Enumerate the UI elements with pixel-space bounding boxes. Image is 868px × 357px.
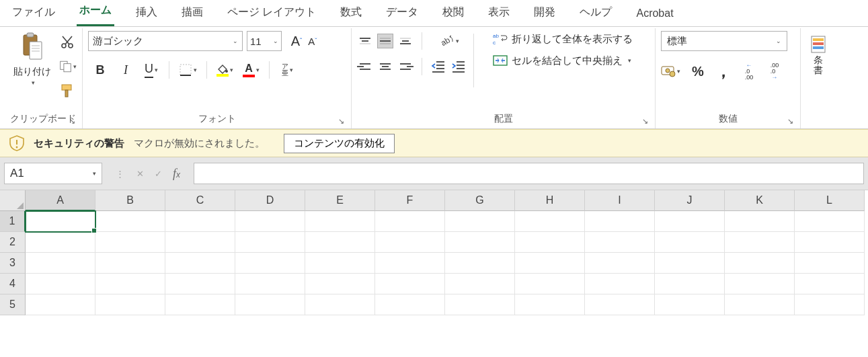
font-name-select[interactable]: 游ゴシック ⌄ bbox=[88, 31, 243, 51]
font-color-button[interactable]: A ▾ bbox=[243, 61, 260, 79]
cell[interactable] bbox=[26, 253, 95, 274]
increase-indent-button[interactable] bbox=[450, 59, 467, 74]
cell[interactable] bbox=[795, 211, 865, 232]
cell[interactable] bbox=[585, 253, 655, 274]
clipboard-launcher[interactable]: ↘ bbox=[69, 117, 75, 126]
cell[interactable] bbox=[95, 211, 165, 232]
cut-button[interactable] bbox=[59, 34, 77, 51]
column-header[interactable]: H bbox=[515, 190, 585, 211]
tab-review[interactable]: 校閲 bbox=[440, 1, 467, 26]
cell[interactable] bbox=[795, 294, 865, 315]
cell[interactable] bbox=[235, 274, 305, 294]
cell[interactable] bbox=[795, 253, 865, 274]
underline-button[interactable]: U▾ bbox=[143, 61, 159, 79]
phonetic-guide-button[interactable]: ア 亜 ▾ bbox=[279, 61, 295, 79]
font-launcher[interactable]: ↘ bbox=[338, 117, 344, 126]
cell[interactable] bbox=[165, 232, 235, 253]
column-header[interactable]: L bbox=[795, 190, 865, 211]
tab-insert[interactable]: 挿入 bbox=[133, 1, 160, 26]
column-header[interactable]: G bbox=[445, 190, 515, 211]
cell[interactable] bbox=[515, 253, 585, 274]
font-size-select[interactable]: 11 ⌄ bbox=[247, 31, 282, 51]
tab-file[interactable]: ファイル bbox=[9, 1, 58, 26]
cell[interactable] bbox=[445, 232, 515, 253]
column-header[interactable]: D bbox=[235, 190, 305, 211]
fill-color-button[interactable]: ▾ bbox=[216, 61, 233, 79]
decrease-decimal-button[interactable]: .00 .0 → bbox=[766, 62, 783, 81]
enable-content-button[interactable]: コンテンツの有効化 bbox=[284, 134, 395, 153]
cell[interactable] bbox=[375, 211, 445, 232]
align-left-button[interactable] bbox=[357, 59, 373, 74]
bold-button[interactable]: B bbox=[92, 61, 108, 79]
column-header[interactable]: A bbox=[26, 190, 95, 211]
align-middle-button[interactable] bbox=[377, 34, 393, 48]
name-box[interactable]: A1 ▾ bbox=[4, 163, 102, 184]
cell[interactable] bbox=[585, 294, 655, 315]
paste-button[interactable]: 貼り付け ▾ bbox=[9, 31, 55, 87]
cell[interactable] bbox=[375, 294, 445, 315]
orientation-button[interactable]: ab ▾ bbox=[437, 32, 462, 50]
cell[interactable] bbox=[445, 253, 515, 274]
row-header[interactable]: 5 bbox=[0, 294, 26, 315]
format-painter-button[interactable] bbox=[59, 82, 77, 100]
cell[interactable] bbox=[655, 232, 725, 253]
tab-acrobat[interactable]: Acrobat bbox=[633, 3, 676, 26]
cell[interactable] bbox=[235, 294, 305, 315]
cell[interactable] bbox=[655, 211, 725, 232]
column-header[interactable]: I bbox=[585, 190, 655, 211]
cell[interactable] bbox=[445, 274, 515, 294]
cell[interactable] bbox=[515, 274, 585, 294]
comma-style-button[interactable]: ， bbox=[715, 62, 732, 81]
tab-developer[interactable]: 開発 bbox=[531, 1, 558, 26]
row-header[interactable]: 4 bbox=[0, 274, 26, 294]
cell[interactable] bbox=[26, 211, 95, 232]
cell[interactable] bbox=[95, 232, 165, 253]
align-bottom-button[interactable] bbox=[397, 34, 413, 48]
column-header[interactable]: K bbox=[725, 190, 795, 211]
increase-font-size-button[interactable]: Aˆ bbox=[288, 32, 305, 50]
cell[interactable] bbox=[235, 232, 305, 253]
row-header[interactable]: 2 bbox=[0, 232, 26, 253]
tab-help[interactable]: ヘルプ bbox=[577, 1, 615, 26]
merge-center-button[interactable]: セルを結合して中央揃え ▾ bbox=[493, 54, 633, 67]
cell[interactable] bbox=[655, 253, 725, 274]
border-button[interactable]: ▾ bbox=[179, 61, 197, 79]
tab-formulas[interactable]: 数式 bbox=[338, 1, 364, 26]
cell[interactable] bbox=[235, 211, 305, 232]
cell[interactable] bbox=[26, 232, 95, 253]
accounting-format-button[interactable]: ▾ bbox=[661, 62, 680, 81]
cell[interactable] bbox=[655, 294, 725, 315]
cell[interactable] bbox=[95, 294, 165, 315]
row-header[interactable]: 1 bbox=[0, 211, 26, 232]
column-header[interactable]: B bbox=[95, 190, 165, 211]
cell[interactable] bbox=[95, 253, 165, 274]
cell[interactable] bbox=[375, 274, 445, 294]
cell[interactable] bbox=[165, 274, 235, 294]
cell[interactable] bbox=[165, 253, 235, 274]
cell[interactable] bbox=[725, 232, 795, 253]
cell[interactable] bbox=[95, 274, 165, 294]
italic-button[interactable]: I bbox=[118, 61, 134, 79]
select-all-corner[interactable] bbox=[0, 190, 26, 211]
cell[interactable] bbox=[165, 294, 235, 315]
enter-formula-button[interactable]: ✓ bbox=[155, 169, 162, 179]
conditional-formatting-button[interactable]: 条 書 bbox=[806, 31, 830, 77]
cell[interactable] bbox=[305, 232, 375, 253]
increase-decimal-button[interactable]: ← .0 .00 bbox=[741, 62, 757, 81]
number-format-select[interactable]: 標準 ⌄ bbox=[661, 31, 787, 51]
cell[interactable] bbox=[725, 253, 795, 274]
number-launcher[interactable]: ↘ bbox=[787, 117, 793, 126]
cell[interactable] bbox=[305, 274, 375, 294]
cell[interactable] bbox=[585, 232, 655, 253]
wrap-text-button[interactable]: abc 折り返して全体を表示する bbox=[493, 32, 633, 46]
copy-button[interactable]: ▾ bbox=[59, 58, 77, 75]
cell[interactable] bbox=[795, 232, 865, 253]
cell[interactable] bbox=[375, 253, 445, 274]
cell[interactable] bbox=[305, 294, 375, 315]
tab-page-layout[interactable]: ページ レイアウト bbox=[225, 1, 319, 26]
column-header[interactable]: C bbox=[165, 190, 235, 211]
cell[interactable] bbox=[795, 274, 865, 294]
column-header[interactable]: F bbox=[375, 190, 445, 211]
align-center-button[interactable] bbox=[377, 59, 393, 74]
decrease-font-size-button[interactable]: Aˇ bbox=[305, 32, 321, 50]
